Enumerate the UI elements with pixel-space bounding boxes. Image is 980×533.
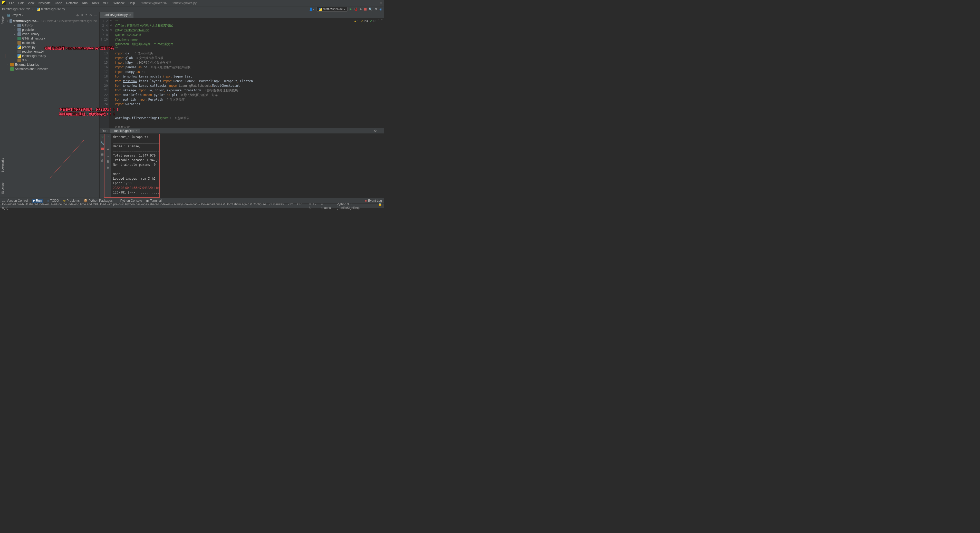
menu-help[interactable]: Help	[127, 1, 137, 5]
tool-tab-bookmarks[interactable]: Bookmarks	[0, 156, 5, 174]
trash-icon[interactable]: 🗑	[101, 159, 104, 162]
expand-all-icon[interactable]: ⇵	[81, 13, 83, 17]
menu-code[interactable]: Code	[53, 1, 64, 5]
warning-count[interactable]: 23	[361, 19, 368, 23]
collapse-all-icon[interactable]: ≡	[86, 13, 87, 17]
tree-item-prediction[interactable]: ▸prediction	[5, 27, 99, 32]
editor-tab[interactable]: tanfficSignRec.py ×	[100, 12, 134, 18]
tab-python-packages[interactable]: 📦Python Packages	[84, 199, 113, 202]
breadcrumb-project[interactable]: tranfficSignRec2022	[2, 8, 30, 11]
ide-features-icon[interactable]: ◉	[379, 8, 382, 11]
lock-icon[interactable]: 🔒	[378, 202, 382, 210]
wrench-icon[interactable]: 🔧	[100, 142, 105, 145]
tree-item-GT-final_test.csv[interactable]: GT-final_test.csv	[5, 36, 99, 41]
weak-warning-count[interactable]: 13	[370, 19, 376, 23]
close-tab-icon[interactable]: ×	[129, 13, 131, 17]
gear-icon[interactable]: ⚙	[374, 129, 377, 133]
interpreter-info[interactable]: Python 3.8 (tranfficSignRec)	[337, 202, 374, 210]
tab-todo[interactable]: ≡TODO	[47, 199, 59, 202]
hide-icon[interactable]: —	[94, 13, 97, 17]
menu-vcs[interactable]: VCS	[102, 1, 111, 5]
chevron-down-icon[interactable]: ˇ	[382, 19, 382, 23]
stop-icon[interactable]	[364, 8, 366, 11]
tree-scratches[interactable]: Scratches and Consoles	[5, 67, 99, 71]
search-icon[interactable]: 🔍	[369, 8, 372, 11]
window-buttons: — ☐ ✕	[365, 1, 382, 5]
chevron-right-icon: 〉	[32, 7, 35, 11]
scroll-to-end-icon[interactable]: ⤓	[107, 154, 109, 157]
tree-item-GTSRB[interactable]: ▸GTSRB	[5, 23, 99, 27]
gear-icon[interactable]: ⚙	[89, 13, 92, 17]
left-tool-strip: Project Bookmarks Structure	[0, 12, 5, 197]
menu-run[interactable]: Run	[80, 1, 89, 5]
run-tab[interactable]: tanfficSignRec ×	[110, 129, 140, 133]
tree-item-tanfficSignRec.py[interactable]: tanfficSignRec.py	[5, 54, 99, 58]
run-tool-header: Run: tanfficSignRec × ⚙ —	[100, 128, 384, 134]
run-icon[interactable]	[350, 8, 352, 11]
indent-info[interactable]: 4 spaces	[321, 202, 333, 210]
menu-refactor[interactable]: Refactor	[65, 1, 79, 5]
run-console[interactable]: dropout_3 (Dropout) (None, 512) 0 ______…	[111, 134, 160, 197]
menu-file[interactable]: File	[8, 1, 16, 5]
tab-problems[interactable]: ⊘Problems	[63, 199, 80, 202]
inspection-widget[interactable]: 1 23 13 ˆ ˇ	[354, 19, 382, 23]
up-icon[interactable]: ↑	[107, 135, 109, 139]
menu-tools[interactable]: Tools	[90, 1, 100, 5]
run-coverage-icon[interactable]	[360, 8, 362, 11]
debug-icon[interactable]: 🐞	[354, 7, 358, 11]
tab-run[interactable]: Run	[32, 199, 43, 203]
down-icon[interactable]: ↓	[107, 142, 109, 145]
breadcrumb[interactable]: tranfficSignRec2022 〉 tanfficSignRec.py	[2, 7, 65, 11]
tree-item-X.h5[interactable]: X.h5	[5, 58, 99, 62]
tree-item-predict.py[interactable]: predict.py	[5, 45, 99, 49]
locate-icon[interactable]: ⊕	[76, 13, 79, 17]
tree-item-requirements.txt[interactable]: requirements.txt	[5, 49, 99, 54]
tab-event-log[interactable]: ◉Event Log	[364, 199, 382, 202]
tab-python-console[interactable]: Python Console	[117, 199, 142, 202]
tab-terminal[interactable]: ▣Terminal	[146, 199, 161, 202]
python-file-icon	[37, 8, 40, 11]
file-encoding[interactable]: UTF-8	[309, 202, 317, 210]
editor-tab-label: tanfficSignRec.py	[104, 13, 127, 17]
rerun-icon[interactable]: ↻	[101, 135, 104, 139]
maximize-icon[interactable]: ☐	[372, 1, 375, 5]
soft-wrap-icon[interactable]: ⤶	[107, 148, 109, 151]
editor-area: tanfficSignRec.py × 1 2 3 4 5 6 7 8 9 10…	[100, 12, 384, 197]
layout-icon[interactable]: ⊞	[101, 153, 104, 156]
tree-external-libraries[interactable]: ▸External Libraries	[5, 62, 99, 67]
fold-gutter[interactable]: ⊖ ⊖ ⊖	[109, 18, 113, 128]
user-icon[interactable]: 👤▾	[309, 8, 315, 11]
close-tab-icon[interactable]: ×	[136, 129, 138, 133]
run-config-selector[interactable]: tanfficSignRec ▾	[317, 7, 348, 11]
minimize-icon[interactable]: —	[365, 1, 368, 5]
hide-icon[interactable]: —	[379, 129, 382, 133]
code-area[interactable]: """ @Title：搭建卷积神经网络训练和精度测试 @file: tranff…	[113, 18, 384, 128]
menu-navigate[interactable]: Navigate	[37, 1, 52, 5]
status-message[interactable]: Download pre-built shared indexes: Reduc…	[2, 202, 288, 210]
menu-window[interactable]: Window	[112, 1, 126, 5]
caret-position[interactable]: 21:1	[288, 202, 294, 210]
run-tab-label: tanfficSignRec	[114, 129, 134, 133]
chevron-up-icon[interactable]: ˆ	[379, 19, 379, 23]
tool-tab-structure[interactable]: Structure	[0, 181, 5, 196]
menu-edit[interactable]: Edit	[17, 1, 25, 5]
menu-view[interactable]: View	[26, 1, 36, 5]
project-tree[interactable]: ▾tranfficSignRec... C:\Users\47382\Deskt…	[5, 18, 99, 197]
status-bar: Download pre-built shared indexes: Reduc…	[0, 203, 384, 208]
run-title: Run:	[102, 129, 108, 133]
tree-item-model.h5[interactable]: model.h5	[5, 41, 99, 45]
editor-body[interactable]: 1 2 3 4 5 6 7 8 9 10 11 12 13 14 15 16 1…	[100, 18, 384, 128]
tab-version-control[interactable]: ⎇Version Control	[2, 199, 28, 202]
tree-root[interactable]: ▾tranfficSignRec... C:\Users\47382\Deskt…	[5, 19, 99, 23]
print-icon[interactable]: 🖶	[107, 160, 110, 164]
tool-tab-project[interactable]: Project	[0, 14, 5, 26]
tree-item-voice_library[interactable]: ▸voice_library	[5, 32, 99, 36]
project-view-selector[interactable]: Project ▾	[11, 13, 24, 17]
error-count[interactable]: 1	[354, 19, 359, 23]
stop-icon[interactable]	[101, 148, 104, 150]
line-separator[interactable]: CRLF	[297, 202, 305, 210]
breadcrumb-file[interactable]: tanfficSignRec.py	[41, 8, 65, 11]
gear-icon[interactable]: ⚙	[374, 8, 377, 11]
clear-icon[interactable]: 🗑	[107, 166, 110, 170]
close-icon[interactable]: ✕	[379, 1, 382, 5]
